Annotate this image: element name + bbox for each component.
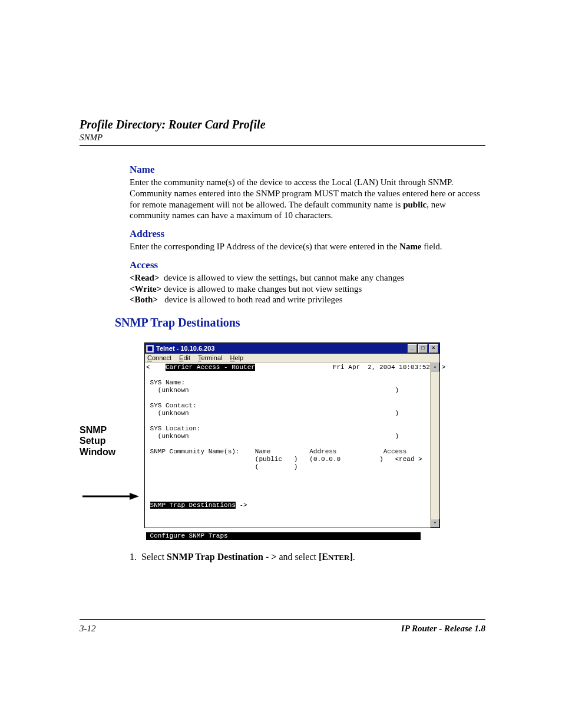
col-access: Access xyxy=(384,448,407,455)
app-icon xyxy=(146,345,154,353)
svg-rect-2 xyxy=(147,346,153,351)
section-name-text: Enter the community name(s) of the devic… xyxy=(130,177,485,221)
access-both-desc: device is allowed to both read and write… xyxy=(158,295,343,304)
sys-contact-label: SYS Contact: xyxy=(150,402,197,409)
section-address-bold: Name xyxy=(399,242,422,251)
menu-edit[interactable]: Edit xyxy=(179,354,190,361)
terminal-content: < Carrier Access - Router Fri Apr 2, 200… xyxy=(146,364,430,526)
page-header-subtitle: SNMP xyxy=(80,133,485,143)
header-rule xyxy=(80,145,485,146)
window-title: Telnet - 10.10.6.203 xyxy=(156,345,214,352)
screenshot-side-label: SNMP Setup Window xyxy=(80,425,133,457)
term-timestamp: Fri Apr 2, 2004 10:03:52 xyxy=(333,364,430,371)
access-write-tag: <Write> xyxy=(130,284,161,294)
sys-location-close: ) xyxy=(395,433,399,440)
term-gt: > xyxy=(442,364,446,371)
footer-page-number: 3-12 xyxy=(80,624,96,634)
step-number: 1. xyxy=(130,552,137,562)
trap-dest-line[interactable]: SNMP Trap Destinations xyxy=(150,502,236,509)
status-bar-text: Configure SNMP Traps xyxy=(150,532,228,539)
footer-rule xyxy=(80,619,485,620)
menu-terminal[interactable]: Terminal xyxy=(198,354,223,361)
step-pre: Select xyxy=(141,552,167,562)
minimize-button[interactable]: _ xyxy=(408,344,417,353)
row1-access: <read > xyxy=(395,456,422,463)
maximize-button[interactable]: □ xyxy=(418,344,428,353)
col-name: Name xyxy=(255,448,270,455)
access-read-desc: device is allowed to view the settings, … xyxy=(159,273,404,282)
sys-contact-close: ) xyxy=(395,410,399,417)
window-titlebar[interactable]: Telnet - 10.10.6.203 _ □ × xyxy=(145,343,439,354)
step-enter-sc: NTER xyxy=(328,553,349,562)
row2-name: ( ) xyxy=(255,463,298,470)
step-enter-open: [E xyxy=(319,552,328,562)
row1-name: (public ) xyxy=(255,456,298,463)
section-address-heading: Address xyxy=(130,228,485,240)
term-banner: Carrier Access - Router xyxy=(166,364,255,371)
footer-release: IP Router - Release 1.8 xyxy=(401,624,485,634)
sys-name-value: (unknown xyxy=(158,387,189,394)
access-read-tag: <Read> xyxy=(130,273,159,282)
section-name-bold: public xyxy=(403,200,427,209)
snmp-trap-heading: SNMP Trap Destinations xyxy=(115,316,485,330)
col-address: Address xyxy=(309,448,336,455)
menu-help[interactable]: Help xyxy=(230,354,244,361)
section-address-pre: Enter the corresponding IP Address of th… xyxy=(130,242,399,251)
section-address-text: Enter the corresponding IP Address of th… xyxy=(130,241,485,252)
trap-dest-arrow: -> xyxy=(236,502,247,509)
section-access-heading: Access xyxy=(130,259,485,271)
term-lt: < xyxy=(146,364,150,371)
page-header-title: Profile Directory: Router Card Profile xyxy=(80,118,485,131)
telnet-window: Telnet - 10.10.6.203 _ □ × Connect Edit … xyxy=(144,342,440,528)
section-access-rows: <Read> device is allowed to view the set… xyxy=(130,272,485,305)
access-write-desc: device is allowed to make changes but no… xyxy=(161,284,362,294)
close-button[interactable]: × xyxy=(429,344,438,353)
access-both-tag: <Both> xyxy=(130,295,158,304)
status-bar: Configure SNMP Traps xyxy=(146,532,421,540)
sys-name-close: ) xyxy=(395,387,399,394)
menubar: Connect Edit Terminal Help xyxy=(145,354,439,363)
step-mid: and select xyxy=(279,552,319,562)
scrollbar[interactable]: ▴ ▾ xyxy=(430,363,439,528)
sys-name-label: SYS Name: xyxy=(150,379,185,386)
pointer-arrow-icon xyxy=(82,492,139,500)
page-footer: 3-12 IP Router - Release 1.8 xyxy=(80,619,485,634)
section-name-heading: Name xyxy=(130,164,485,176)
row1-addr: (0.0.0.0 ) xyxy=(309,456,383,463)
step-post: . xyxy=(353,552,355,562)
step-bold-1: SNMP Trap Destination - > xyxy=(167,552,279,562)
sys-contact-value: (unknown xyxy=(158,410,189,417)
sys-location-label: SYS Location: xyxy=(150,425,201,432)
scroll-down-button[interactable]: ▾ xyxy=(431,519,439,528)
sys-location-value: (unknown xyxy=(158,433,189,440)
screenshot-block: SNMP Setup Window Telnet - 10.10.6.203 _… xyxy=(144,342,485,528)
community-label: SNMP Community Name(s): xyxy=(150,448,240,455)
svg-marker-1 xyxy=(130,493,139,500)
step-1: 1. Select SNMP Trap Destination - > and … xyxy=(130,552,485,562)
terminal-area[interactable]: < Carrier Access - Router Fri Apr 2, 200… xyxy=(145,363,439,528)
scroll-up-button[interactable]: ▴ xyxy=(431,363,439,371)
section-address-post: field. xyxy=(422,242,442,251)
menu-connect[interactable]: Connect xyxy=(147,354,171,361)
